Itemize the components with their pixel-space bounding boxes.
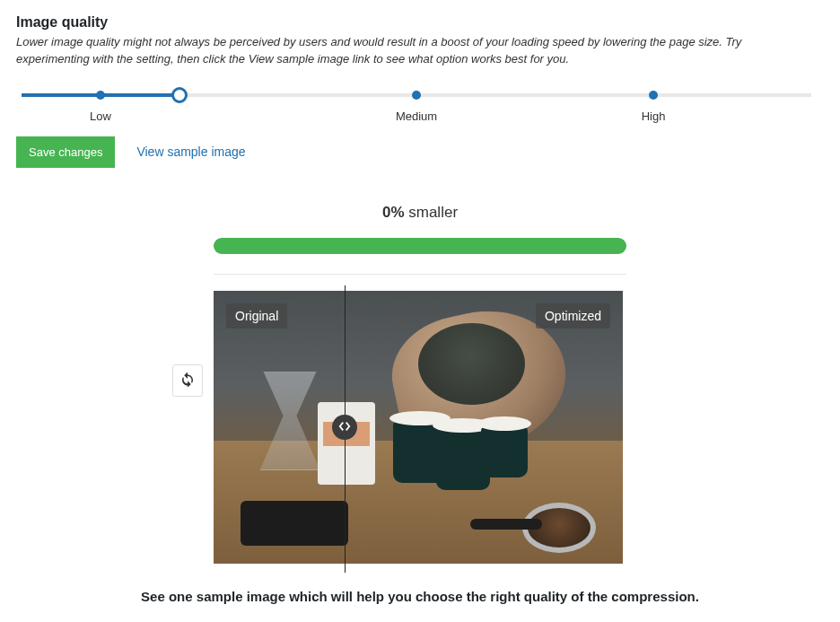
section-title: Image quality [16, 14, 824, 31]
slider-stop-low[interactable] [96, 91, 105, 100]
compression-suffix: smaller [405, 204, 459, 221]
section-description: Lower image quality might not always be … [16, 34, 815, 68]
sample-image [214, 291, 623, 564]
compression-progress-bar [214, 238, 626, 254]
refresh-sample-button[interactable] [172, 364, 203, 397]
slider-labels: Low Medium High [22, 110, 811, 126]
slider-stop-high[interactable] [649, 91, 658, 100]
view-sample-link[interactable]: View sample image [136, 145, 245, 159]
save-button[interactable]: Save changes [16, 136, 115, 168]
refresh-icon [179, 371, 196, 390]
footer-caption: See one sample image which will help you… [16, 589, 824, 604]
quality-slider[interactable]: Low Medium High [22, 93, 811, 126]
compare-handle[interactable] [332, 415, 357, 440]
slider-label-high: High [642, 110, 666, 123]
optimized-badge: Optimized [536, 303, 610, 329]
compression-result-text: 0% smaller [214, 204, 626, 222]
original-badge: Original [226, 303, 287, 329]
divider [214, 274, 626, 275]
slider-track [22, 93, 811, 97]
drag-icon [338, 420, 351, 434]
actions-row: Save changes View sample image [16, 136, 824, 168]
slider-label-medium: Medium [396, 110, 437, 123]
slider-thumb[interactable] [171, 87, 188, 103]
slider-label-low: Low [90, 110, 111, 123]
comparison-area: 0% smaller Original Optimized [214, 204, 626, 564]
image-compare[interactable]: Original Optimized [214, 291, 623, 564]
compression-percent: 0% [382, 204, 405, 221]
slider-stop-medium[interactable] [412, 91, 421, 100]
